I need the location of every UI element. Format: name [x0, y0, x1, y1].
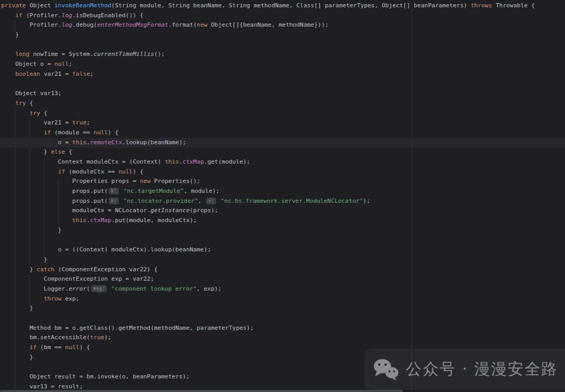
code-line: o = this.remoteCtx.lookup(beanName); — [0, 138, 565, 148]
code-line: props.put(k: "nc.targetModule", module); — [0, 187, 565, 197]
code-line: } catch (ComponentException var22) { — [0, 265, 565, 275]
code-line: Context moduleCtx = (Context) this.ctxMa… — [0, 157, 565, 167]
watermark-text: 公众号 · 漫漫安全路 — [406, 359, 558, 380]
inlay-hint: k: — [109, 198, 119, 204]
horizontal-scrollbar-thumb[interactable] — [0, 390, 403, 392]
code-area: private Object invokeBeanMethod(String m… — [0, 0, 565, 392]
inlay-hint: v: — [206, 198, 216, 204]
code-line: bm.setAccessible(true); — [0, 333, 565, 343]
watermark-badge: 公众号 · 漫漫安全路 — [365, 349, 565, 390]
code-line: props.put(k: "nc.locator.provider", v: "… — [0, 197, 565, 206]
code-line — [0, 314, 565, 324]
code-line: moduleCtx = NCLocator.getInstance(props)… — [0, 206, 565, 216]
code-line: if (moduleCtx == null) { — [0, 167, 565, 177]
code-line: long nowTime = System.currentTimeMillis(… — [0, 50, 565, 60]
code-editor[interactable]: private Object invokeBeanMethod(String m… — [0, 0, 565, 392]
code-line: private Object invokeBeanMethod(String m… — [0, 1, 565, 11]
column-guide — [411, 0, 412, 392]
code-line: boolean var21 = false; — [0, 70, 565, 79]
code-line: if (Profiler.log.isDebugEnabled()) { — [0, 11, 565, 21]
code-line: var21 = true; — [0, 118, 565, 128]
code-line: Method bm = o.getClass().getMethod(metho… — [0, 324, 565, 333]
code-line: ComponentException exp = var22; — [0, 274, 565, 284]
code-line: } — [0, 255, 565, 265]
code-line: try { — [0, 109, 565, 119]
code-line — [0, 79, 565, 89]
code-line: } — [0, 226, 565, 236]
inlay-hint: k: — [109, 188, 119, 194]
code-line: Logger.error(msg: "component lookup erro… — [0, 284, 565, 294]
code-line: Properties props = new Properties(); — [0, 177, 565, 187]
code-line: try { — [0, 99, 565, 109]
code-line: throw exp; — [0, 294, 565, 304]
code-line: } — [0, 30, 565, 40]
code-line: this.ctxMap.put(module, moduleCtx); — [0, 216, 565, 226]
inlay-hint: msg: — [91, 285, 107, 292]
wechat-icon — [372, 358, 400, 381]
code-line — [0, 236, 565, 246]
code-line — [0, 40, 565, 50]
code-line: if (module == null) { — [0, 128, 565, 138]
code-line: Object o = null; — [0, 60, 565, 70]
code-line: } else { — [0, 147, 565, 157]
code-line: Object var13; — [0, 89, 565, 99]
code-line: Profiler.log.debug(enterMethodMsgFormat.… — [0, 20, 565, 30]
code-line: } — [0, 304, 565, 314]
code-line: o = ((Context) moduleCtx).lookup(beanNam… — [0, 245, 565, 255]
